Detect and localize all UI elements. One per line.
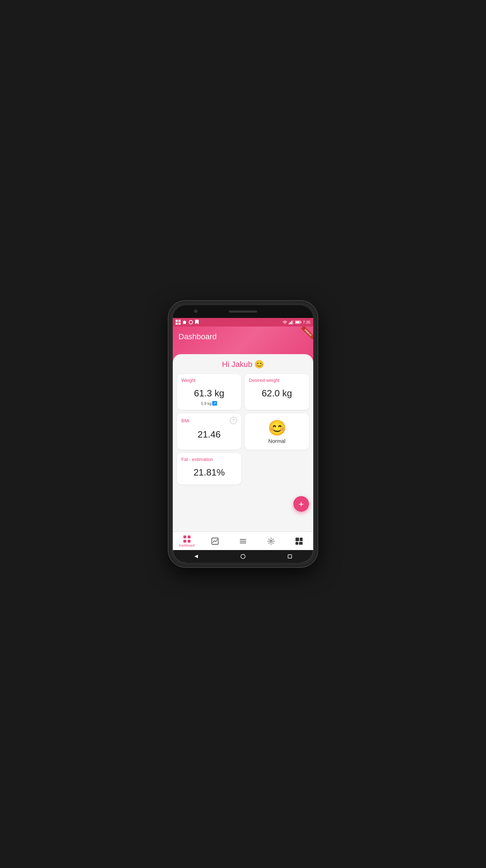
battery-status-icon bbox=[295, 320, 302, 324]
recents-button[interactable] bbox=[286, 553, 293, 560]
svg-rect-24 bbox=[296, 538, 299, 541]
screen: 7:35 DEBUG Dashboard Hi Jakub 😊 Weight bbox=[173, 318, 313, 563]
nav-item-progress[interactable] bbox=[201, 532, 229, 550]
phone-frame: 7:35 DEBUG Dashboard Hi Jakub 😊 Weight bbox=[169, 301, 317, 567]
weight-label: Weight bbox=[181, 378, 237, 383]
svg-rect-1 bbox=[178, 320, 181, 322]
svg-rect-26 bbox=[296, 542, 298, 545]
widget-nav-icon bbox=[295, 537, 303, 545]
weight-trend: ↗ bbox=[212, 401, 217, 406]
svg-rect-11 bbox=[292, 320, 293, 324]
bmi-status-card[interactable]: 😊 Normal bbox=[245, 413, 309, 450]
svg-point-5 bbox=[189, 320, 193, 324]
svg-rect-0 bbox=[176, 320, 178, 322]
main-content: Hi Jakub 😊 Weight 61.3 kg 5.9 kg ↗ bbox=[173, 354, 313, 532]
weight-card[interactable]: Weight 61.3 kg 5.9 kg ↗ bbox=[177, 374, 241, 410]
wifi-status-icon bbox=[282, 320, 287, 324]
svg-point-23 bbox=[270, 540, 272, 542]
svg-marker-28 bbox=[194, 555, 198, 558]
bookmark-status-icon bbox=[195, 320, 199, 325]
weight-value: 61.3 kg bbox=[181, 386, 237, 401]
svg-rect-13 bbox=[300, 322, 301, 323]
svg-rect-8 bbox=[289, 323, 290, 324]
svg-rect-2 bbox=[176, 323, 178, 325]
svg-rect-27 bbox=[299, 542, 303, 545]
svg-point-29 bbox=[241, 554, 245, 559]
bmi-status-label: Normal bbox=[268, 438, 285, 444]
bmi-card[interactable]: BMI ? 21.46 bbox=[177, 413, 241, 450]
nav-item-settings[interactable] bbox=[257, 532, 285, 550]
svg-rect-10 bbox=[291, 321, 292, 324]
svg-rect-18 bbox=[188, 540, 190, 543]
debug-label: DEBUG bbox=[301, 326, 313, 340]
back-button[interactable] bbox=[193, 553, 200, 560]
header-title: Dashboard bbox=[178, 332, 308, 341]
bmi-value: 21.46 bbox=[181, 427, 237, 442]
fat-value: 21.81% bbox=[181, 465, 237, 480]
circle-status-icon bbox=[188, 320, 193, 325]
nav-item-dashboard[interactable]: Dashboard bbox=[173, 532, 201, 550]
svg-marker-4 bbox=[182, 320, 187, 324]
svg-rect-15 bbox=[183, 535, 186, 538]
svg-rect-17 bbox=[183, 540, 186, 543]
dashboard-nav-icon bbox=[183, 535, 191, 543]
nav-item-widget[interactable] bbox=[285, 532, 313, 550]
add-button[interactable]: + bbox=[293, 496, 309, 512]
cards-row-2: BMI ? 21.46 😊 Normal bbox=[177, 413, 309, 450]
svg-rect-14 bbox=[296, 322, 299, 323]
bmi-help-icon[interactable]: ? bbox=[230, 417, 237, 424]
android-nav-bar bbox=[173, 550, 313, 563]
weight-sub-value: 5.9 kg bbox=[201, 401, 212, 406]
desired-weight-label: Desired weight bbox=[249, 378, 305, 383]
dashboard-nav-label: Dashboard bbox=[179, 544, 195, 547]
nav-item-list[interactable] bbox=[229, 532, 257, 550]
bmi-label: BMI ? bbox=[181, 417, 237, 424]
status-right: 7:35 bbox=[282, 320, 310, 324]
fat-label: Fat - estimation bbox=[181, 457, 237, 462]
progress-nav-icon bbox=[211, 537, 219, 545]
bottom-nav: Dashboard bbox=[173, 532, 313, 550]
bmi-emoji: 😊 bbox=[268, 419, 286, 436]
debug-ribbon: DEBUG bbox=[296, 326, 313, 344]
cards-row-3: Fat - estimation 21.81% bbox=[177, 453, 309, 484]
grid-status-icon bbox=[176, 320, 181, 325]
desired-weight-value: 62.0 kg bbox=[249, 386, 305, 401]
svg-rect-9 bbox=[290, 322, 291, 324]
svg-rect-16 bbox=[188, 535, 190, 538]
desired-weight-card[interactable]: Desired weight 62.0 kg bbox=[245, 374, 309, 410]
svg-rect-25 bbox=[300, 538, 303, 541]
cards-row-1: Weight 61.3 kg 5.9 kg ↗ Desired weight 6… bbox=[177, 374, 309, 410]
status-left bbox=[176, 320, 199, 325]
phone-screen: 7:35 DEBUG Dashboard Hi Jakub 😊 Weight bbox=[173, 305, 313, 563]
list-nav-icon bbox=[239, 537, 247, 545]
svg-rect-30 bbox=[288, 555, 292, 558]
time-display: 7:35 bbox=[303, 320, 310, 324]
phone-top-bar bbox=[173, 305, 313, 318]
signal-status-icon bbox=[289, 320, 294, 324]
camera bbox=[194, 309, 198, 313]
home-button[interactable] bbox=[239, 553, 247, 560]
status-bar: 7:35 bbox=[173, 318, 313, 326]
speaker bbox=[229, 311, 257, 313]
greeting-text: Hi Jakub 😊 bbox=[177, 360, 309, 369]
settings-nav-icon bbox=[267, 537, 275, 545]
svg-rect-3 bbox=[178, 323, 181, 325]
fat-card[interactable]: Fat - estimation 21.81% bbox=[177, 453, 241, 484]
weight-sub: 5.9 kg ↗ bbox=[181, 401, 237, 406]
cap-status-icon bbox=[182, 320, 187, 325]
